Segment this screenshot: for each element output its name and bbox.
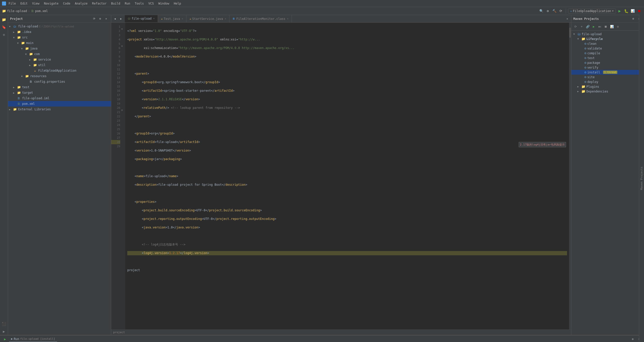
tree-file-upload-app[interactable]: ▶ ☕ FileUploadApplication [8, 68, 111, 73]
debug-button[interactable]: 🐛 [623, 8, 629, 14]
maven-root[interactable]: ▼ 🗂 file-upload [571, 32, 644, 36]
run-config[interactable]: ☕ FileUploadApplication ▼ [568, 9, 616, 14]
editor-scrollbar[interactable] [569, 23, 571, 329]
side-icons: 📁 🔖 ≡ ⬛ ▶ [0, 15, 8, 335]
project-tool-btn[interactable]: 📁 [1, 16, 8, 23]
maven-refresh-btn[interactable]: ⟳ [573, 24, 578, 29]
tree-iml[interactable]: ▶ 🗎 file-upload.iml [8, 95, 111, 101]
tree-service[interactable]: ▶ 📁 service [8, 57, 111, 62]
maven-verify[interactable]: ▶ ⚙ verify [571, 65, 644, 70]
maven-install[interactable]: ▶ ⚙ install 1 thread [571, 70, 644, 75]
maven-deploy[interactable]: ▶ ⚙ deploy [571, 79, 644, 84]
maven-link-btn[interactable]: 🔗 [585, 24, 590, 29]
file-title: pom.xml [35, 9, 48, 13]
menu-help[interactable]: Help [172, 1, 183, 6]
tree-main[interactable]: ▼ 📁 main [8, 40, 111, 46]
menu-build[interactable]: Build [109, 1, 122, 6]
project-path: file-upload [7, 9, 27, 13]
install-badge: 1 thread [603, 71, 617, 74]
maven-add-btn[interactable]: + [579, 24, 584, 29]
coverage-btn[interactable]: 📊 [630, 8, 635, 14]
menu-edit[interactable]: Edit [18, 1, 30, 6]
breadcrumb: project [111, 329, 571, 335]
maven-lifecycle[interactable]: ▼ 📁 Lifecycle [571, 36, 644, 41]
maven-run-btn[interactable]: ▶ [591, 24, 596, 29]
tree-idea[interactable]: ▶ 📁 .idea [8, 29, 111, 35]
menu-view[interactable]: View [30, 1, 42, 6]
build-btn[interactable]: 🔨 [552, 8, 557, 14]
project-hide-btn[interactable]: ✕ [103, 16, 109, 22]
tree-util[interactable]: ▶ 📁 util [8, 62, 111, 68]
maven-skip-tests-btn[interactable]: ⏭ [597, 24, 602, 29]
project-gear-btn[interactable]: ⚙ [97, 16, 103, 22]
refresh-btn[interactable]: ⟳ [558, 8, 564, 14]
tab-start-service[interactable]: ☕ StartService.java ✕ [186, 15, 229, 23]
line-numbers: 1 2 3 4 5 6 7 8 9 10 11 12 13 14 15 16 1… [111, 23, 121, 329]
tree-target[interactable]: ▶ 📁 target [8, 90, 111, 95]
tab-icon-module: 🗂 [128, 17, 131, 20]
maven-test[interactable]: ▶ ⚙ test [571, 56, 644, 60]
tab-scroll-right[interactable]: ▶ [118, 16, 124, 22]
menu-analyze[interactable]: Analyze [73, 1, 90, 6]
bottom-run-icon[interactable]: ▶ [2, 336, 8, 342]
terminal-side-btn[interactable]: ⬛ [1, 320, 8, 327]
tab-close-file-upload[interactable]: ✕ [153, 17, 155, 20]
maven-settings-btn[interactable]: ⚙ [630, 16, 636, 22]
code-editor[interactable]: 1 2 3 4 5 6 7 8 9 10 11 12 13 14 15 16 1… [111, 23, 571, 329]
tree-src[interactable]: ▼ 📁 src [8, 35, 111, 40]
structure-btn[interactable]: ≡ [1, 31, 8, 38]
maven-side-label[interactable]: Maven Projects [639, 15, 644, 342]
menu-tools[interactable]: Tools [133, 1, 146, 6]
maven-config-btn[interactable]: ⚙ [615, 24, 621, 29]
settings-btn[interactable]: ⚙ [545, 8, 551, 14]
menu-navigate[interactable]: Navigate [42, 1, 61, 6]
bottom-tab-bar: ▶ ▶ Run file-upload [install] ⚙ ✕ [0, 335, 644, 342]
menu-code[interactable]: Code [61, 1, 72, 6]
tab-scroll-left[interactable]: ◀ [112, 16, 118, 22]
tree-config-properties[interactable]: ▶ 🗎 config.properties [8, 79, 111, 84]
maven-site[interactable]: ▶ ⚙ site [571, 75, 644, 79]
maven-plugins[interactable]: ▶ 📁 Plugins [571, 84, 644, 89]
fold-gutter: ▼ ▼ ▼ [121, 23, 125, 329]
tree-pom-xml[interactable]: ▶ 🗎 pom.xml [8, 101, 111, 107]
maven-clean[interactable]: ▶ ⚙ clean [571, 41, 644, 46]
tree-external-libs[interactable]: ▶ 📁 External Libraries [8, 107, 111, 112]
maven-validate[interactable]: ▶ ⚙ validate [571, 46, 644, 51]
tree-test[interactable]: ▶ 📁 test [8, 84, 111, 90]
run-side-btn[interactable]: ▶ [1, 328, 8, 335]
search-everywhere-btn[interactable]: 🔍 [539, 8, 544, 14]
console-settings-btn[interactable]: ⚙ [630, 336, 635, 342]
code-content[interactable]: <?xml version="1.0" encoding="UTF-8"?> <… [125, 23, 569, 329]
tab-close-test[interactable]: ✕ [182, 17, 183, 20]
maven-panel-title: Maven Projects [573, 17, 599, 21]
maven-package[interactable]: ▶ ⚙ package [571, 60, 644, 65]
tree-file-upload[interactable]: ▼ 🗂 file-upload E:\IDEA\Ftp\file-upload [8, 24, 111, 29]
menu-vcs[interactable]: VCS [146, 1, 156, 6]
tab-close-start[interactable]: ✕ [225, 17, 226, 20]
tab-icon-java2: ☕ [189, 17, 191, 20]
project-sync-btn[interactable]: ⟳ [91, 16, 97, 22]
run-config-label: FileUploadApplication [573, 9, 611, 13]
tab-close-alteration[interactable]: ✕ [287, 17, 289, 20]
maven-compile[interactable]: ▶ ⚙ compile [571, 51, 644, 56]
editor-close-btn[interactable]: ✕ [565, 16, 570, 22]
bookmarks-btn[interactable]: 🔖 [1, 24, 8, 31]
tab-file-upload[interactable]: 🗂 file-upload ✕ [125, 15, 158, 23]
tree-java[interactable]: ▼ 📁 java [8, 46, 111, 51]
menu-run[interactable]: Run [123, 1, 132, 6]
maven-diagram-btn[interactable]: 📊 [609, 24, 615, 29]
menu-refactor[interactable]: Refactor [90, 1, 109, 6]
tab-icon-java: ☕ [161, 17, 163, 20]
maven-dependencies[interactable]: ▶ 📁 Dependencies [571, 89, 644, 94]
menu-file[interactable]: File [7, 1, 18, 6]
tab-run[interactable]: ▶ Run file-upload [install] [9, 336, 57, 342]
maven-panel: Maven Projects ⚙ ✕ ⟳ + 🔗 ▶ ⏭ ⏹ 📊 ⚙ ▼ 🗂 f… [571, 15, 644, 335]
run-button[interactable]: ▶ [617, 8, 622, 14]
tree-com[interactable]: ▼ 📁 com [8, 51, 111, 57]
menu-window[interactable]: Window [156, 1, 171, 6]
stop-btn[interactable]: ⏹ [636, 8, 642, 14]
tab-file-alteration[interactable]: 🗎 FileAlterationMonitor.class ✕ [229, 15, 292, 23]
maven-stop-btn[interactable]: ⏹ [603, 24, 609, 29]
tree-resources[interactable]: ▼ 📁 resources [8, 73, 111, 79]
tab-test-java[interactable]: ☕ Test.java ✕ [158, 15, 186, 23]
